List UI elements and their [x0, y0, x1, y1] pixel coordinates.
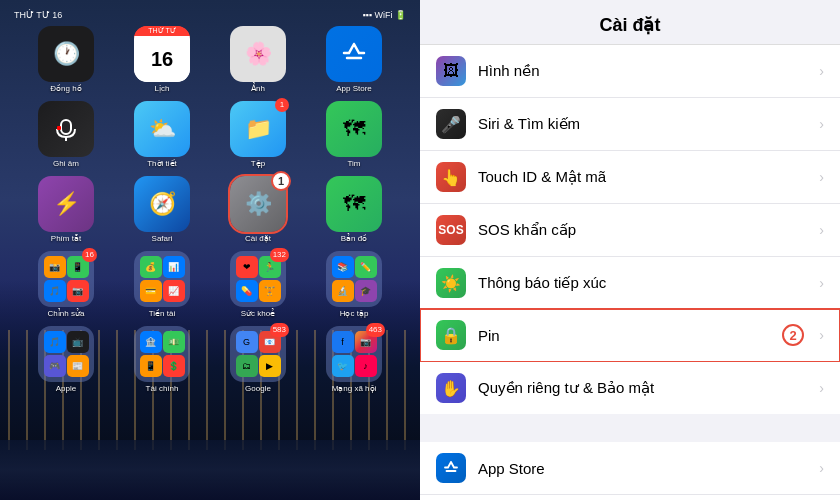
settings-title: Cài đặt: [436, 14, 824, 36]
app-maps[interactable]: 🗺 Tim: [326, 101, 382, 168]
status-bar: THỨ TƯ 16 ▪▪▪ WiFi 🔋: [10, 8, 410, 22]
app-photos[interactable]: 🌸 Ảnh: [230, 26, 286, 93]
privacy-chevron: ›: [819, 380, 824, 396]
folder-social[interactable]: 463 f 📷 🐦 ♪ Mạng xã hội: [326, 326, 382, 393]
app-appstore[interactable]: App Store: [326, 26, 382, 93]
siri-icon: 🎤: [436, 109, 466, 139]
app-calendar[interactable]: THỨ TƯ 16 Lịch: [134, 26, 190, 93]
app-weather[interactable]: ⛅ Thời tiết: [134, 101, 190, 168]
touchid-label: Touch ID & Mật mã: [478, 168, 819, 186]
app-row-3: ⚡ Phím tắt 🧭 Safari 1 ⚙️ 1 Cài đặt 🗺 Bản…: [10, 172, 410, 247]
contact-chevron: ›: [819, 275, 824, 291]
wallpaper-icon: 🖼: [436, 56, 466, 86]
folder-google-label: Google: [245, 384, 271, 393]
settings-item-privacy[interactable]: ✋ Quyền riêng tư & Bảo mật ›: [420, 362, 840, 414]
app-files-label: Tệp: [251, 159, 265, 168]
appstore-chevron: ›: [819, 460, 824, 476]
settings-item-contact[interactable]: ☀️ Thông báo tiếp xúc ›: [420, 257, 840, 309]
app-safari[interactable]: 🧭 Safari: [134, 176, 190, 243]
wallpaper-label: Hình nền: [478, 62, 819, 80]
settings-item-wallet[interactable]: 💳 Ví & Apple Pay ›: [420, 495, 840, 500]
sos-icon: SOS: [436, 215, 466, 245]
folder-study-label: Học tập: [340, 309, 369, 318]
app-shortcuts[interactable]: ⚡ Phím tắt: [38, 176, 94, 243]
appstore-label: App Store: [478, 460, 819, 477]
folder-edit-label: Chỉnh sửa: [48, 309, 85, 318]
contact-label: Thông báo tiếp xúc: [478, 274, 819, 292]
app-shortcuts-label: Phím tắt: [51, 234, 81, 243]
app-clock-label: Đồng hồ: [50, 84, 81, 93]
settings-section-mid: ✋ Quyền riêng tư & Bảo mật ›: [420, 362, 840, 414]
settings-section-top: 🖼 Hình nền › 🎤 Siri & Tìm kiếm › 👆 Touch…: [420, 45, 840, 309]
folder-apple[interactable]: 🎵 📺 🎮 📰 Apple: [38, 326, 94, 393]
settings-item-appstore[interactable]: App Store ›: [420, 442, 840, 495]
app-maps-label: Tim: [347, 159, 360, 168]
sos-label: SOS khẩn cấp: [478, 221, 819, 239]
app-weather-label: Thời tiết: [147, 159, 177, 168]
files-badge: 1: [275, 98, 289, 112]
folder-banking[interactable]: 🏦 💵 📱 💲 Tài chính: [134, 326, 190, 393]
folder-edit[interactable]: 16 📸 📱 🎵 📷 Chỉnh sửa: [38, 251, 94, 318]
step2-badge: 2: [782, 324, 804, 346]
settings-list: 🖼 Hình nền › 🎤 Siri & Tìm kiếm › 👆 Touch…: [420, 45, 840, 500]
pin-icon: 🔒: [436, 320, 466, 350]
app-row-1: 🕐 Đồng hồ THỨ TƯ 16 Lịch 🌸 Ảnh App Store: [10, 22, 410, 97]
folder-apple-label: Apple: [56, 384, 76, 393]
app-calendar-label: Lịch: [155, 84, 170, 93]
settings-panel: Cài đặt 🖼 Hình nền › 🎤 Siri & Tìm kiếm ›…: [420, 0, 840, 500]
time-display: THỨ TƯ 16: [14, 10, 62, 20]
siri-label: Siri & Tìm kiếm: [478, 115, 819, 133]
settings-item-siri[interactable]: 🎤 Siri & Tìm kiếm ›: [420, 98, 840, 151]
touchid-icon: 👆: [436, 162, 466, 192]
app-settings[interactable]: 1 ⚙️ 1 Cài đặt: [230, 176, 286, 243]
folder-health[interactable]: 132 ❤ 🏃 💊 🏋 Sức khoẻ: [230, 251, 286, 318]
wallpaper-chevron: ›: [819, 63, 824, 79]
settings-header: Cài đặt: [420, 0, 840, 45]
folder-social-label: Mạng xã hội: [332, 384, 377, 393]
folder-row-2: 🎵 📺 🎮 📰 Apple 🏦 💵 📱 💲 Tài chính: [10, 322, 410, 397]
folder-banking-label: Tài chính: [146, 384, 179, 393]
step1-badge: 1: [271, 171, 291, 191]
svg-rect-2: [57, 126, 61, 130]
app-voice[interactable]: Ghi âm: [38, 101, 94, 168]
phone-screen: THỨ TƯ 16 ▪▪▪ WiFi 🔋 🕐 Đồng hồ THỨ TƯ 16…: [0, 0, 420, 500]
folder-row-1: 16 📸 📱 🎵 📷 Chỉnh sửa 💰 📊 💳 📈 Tiền tài: [10, 247, 410, 322]
app-files[interactable]: 1 📁 Tệp: [230, 101, 286, 168]
section-divider: [420, 414, 840, 442]
app-voice-label: Ghi âm: [53, 159, 79, 168]
folder-health-label: Sức khoẻ: [241, 309, 275, 318]
settings-item-touchid[interactable]: 👆 Touch ID & Mật mã ›: [420, 151, 840, 204]
app-safari-label: Safari: [152, 234, 173, 243]
settings-item-wallpaper[interactable]: 🖼 Hình nền ›: [420, 45, 840, 98]
app-row-2: Ghi âm ⛅ Thời tiết 1 📁 Tệp 🗺 Tim: [10, 97, 410, 172]
settings-item-sos[interactable]: SOS SOS khẩn cấp ›: [420, 204, 840, 257]
pin-chevron: ›: [819, 327, 824, 343]
app-photos-label: Ảnh: [251, 84, 265, 93]
signal-icons: ▪▪▪ WiFi 🔋: [362, 10, 406, 20]
appstore-icon: [436, 453, 466, 483]
folder-finance-label: Tiền tài: [149, 309, 176, 318]
folder-study[interactable]: 📚 ✏️ 🔬 🎓 Học tập: [326, 251, 382, 318]
settings-item-pin[interactable]: 🔒 Pin 2 ›: [420, 309, 840, 362]
svg-rect-0: [61, 120, 71, 134]
app-bando[interactable]: 🗺 Bản đồ: [326, 176, 382, 243]
touchid-chevron: ›: [819, 169, 824, 185]
app-settings-label: Cài đặt: [245, 234, 271, 243]
settings-section-bottom: App Store › 💳 Ví & Apple Pay › 🔑 Mật khẩ…: [420, 442, 840, 500]
app-bando-label: Bản đồ: [341, 234, 367, 243]
app-appstore-label: App Store: [336, 84, 372, 93]
privacy-label: Quyền riêng tư & Bảo mật: [478, 379, 819, 397]
contact-icon: ☀️: [436, 268, 466, 298]
app-clock[interactable]: 🕐 Đồng hồ: [38, 26, 94, 93]
privacy-icon: ✋: [436, 373, 466, 403]
folder-google[interactable]: 583 G 📧 🗂 ▶ Google: [230, 326, 286, 393]
folder-finance[interactable]: 💰 📊 💳 📈 Tiền tài: [134, 251, 190, 318]
sos-chevron: ›: [819, 222, 824, 238]
siri-chevron: ›: [819, 116, 824, 132]
pin-label: Pin: [478, 327, 819, 344]
